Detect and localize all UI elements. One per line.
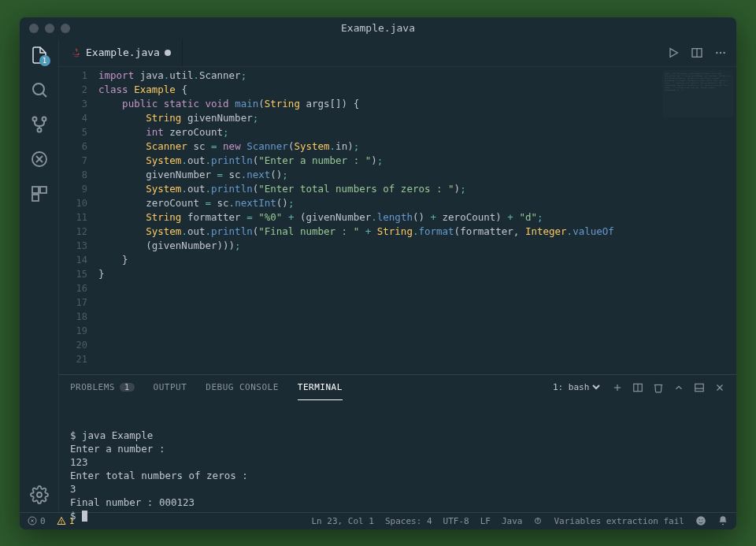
status-errors[interactable]: 0	[28, 516, 46, 526]
problems-count-badge: 1	[120, 383, 135, 392]
editor-body[interactable]: 123456789101112131415161718192021 import…	[59, 67, 736, 374]
svg-point-4	[37, 128, 41, 132]
main-area: 1 Example.java	[20, 39, 736, 512]
panel-tabs: PROBLEMS 1 OUTPUT DEBUG CONSOLE TERMINAL…	[59, 375, 736, 400]
tabs-row: Example.java	[59, 39, 736, 67]
svg-point-0	[33, 84, 44, 95]
explorer-badge: 1	[39, 55, 50, 66]
panel-actions: 1: bash	[550, 381, 725, 393]
split-terminal-icon[interactable]	[632, 382, 643, 393]
editor-actions	[658, 46, 736, 59]
more-actions-icon[interactable]	[714, 46, 727, 59]
panel-tab-problems[interactable]: PROBLEMS 1	[70, 375, 135, 400]
svg-point-3	[42, 117, 46, 121]
java-file-icon	[70, 47, 81, 58]
svg-rect-20	[695, 384, 704, 391]
editor-area: Example.java 123456789101112131415161718…	[59, 39, 736, 512]
editor-window: Example.java 1	[20, 17, 736, 529]
error-icon	[28, 516, 37, 526]
minimap[interactable]: import java.util.Scanner; class Example …	[662, 70, 733, 117]
run-icon[interactable]	[667, 46, 680, 59]
new-terminal-icon[interactable]	[612, 382, 623, 393]
svg-point-9	[37, 492, 42, 497]
svg-point-14	[720, 51, 721, 53]
settings-gear-icon[interactable]	[30, 485, 49, 504]
debug-icon[interactable]	[30, 150, 49, 169]
minimize-window-button[interactable]	[45, 24, 54, 33]
maximize-window-button[interactable]	[61, 24, 70, 33]
close-window-button[interactable]	[29, 24, 39, 33]
source-control-icon[interactable]	[30, 115, 49, 134]
panel-tab-terminal[interactable]: TERMINAL	[298, 375, 343, 400]
kill-terminal-icon[interactable]	[653, 382, 664, 393]
titlebar[interactable]: Example.java	[20, 17, 736, 39]
svg-rect-7	[40, 187, 46, 193]
explorer-icon[interactable]: 1	[30, 46, 49, 65]
modified-indicator-icon	[165, 50, 171, 56]
code-content[interactable]: import java.util.Scanner;class Example {…	[98, 67, 736, 374]
extensions-icon[interactable]	[30, 184, 49, 203]
panel-tab-output[interactable]: OUTPUT	[154, 375, 187, 400]
toggle-panel-icon[interactable]	[694, 382, 705, 393]
svg-rect-6	[32, 187, 39, 193]
svg-point-13	[716, 51, 717, 53]
window-title: Example.java	[341, 22, 415, 34]
tab-label: Example.java	[86, 46, 160, 58]
maximize-panel-icon[interactable]	[673, 382, 684, 393]
search-icon[interactable]	[30, 80, 49, 99]
tab-example-java[interactable]: Example.java	[59, 39, 183, 66]
bottom-panel: PROBLEMS 1 OUTPUT DEBUG CONSOLE TERMINAL…	[59, 374, 736, 512]
terminal-selector[interactable]: 1: bash	[550, 381, 602, 393]
svg-line-1	[43, 93, 46, 97]
close-panel-icon[interactable]	[714, 382, 725, 393]
svg-point-15	[723, 51, 724, 53]
svg-point-2	[32, 117, 36, 121]
svg-rect-8	[32, 195, 39, 201]
svg-marker-10	[670, 48, 677, 57]
split-editor-icon[interactable]	[691, 46, 703, 59]
window-controls	[29, 24, 70, 33]
terminal-output[interactable]: $ java ExampleEnter a number :123Enter t…	[59, 400, 736, 529]
line-number-gutter: 123456789101112131415161718192021	[59, 67, 98, 374]
panel-tab-debug-console[interactable]: DEBUG CONSOLE	[206, 375, 279, 400]
activity-bar: 1	[20, 39, 59, 512]
